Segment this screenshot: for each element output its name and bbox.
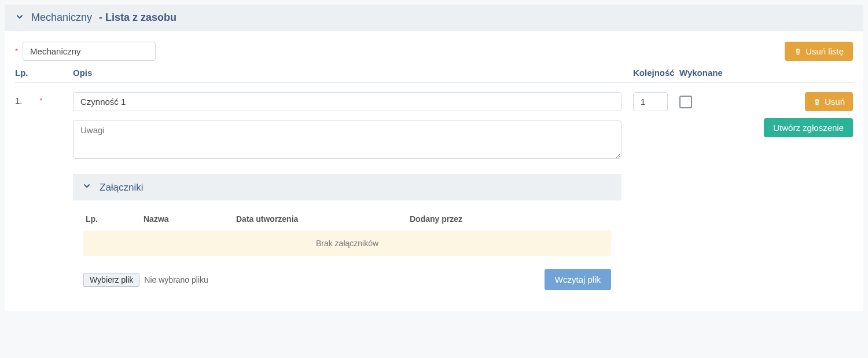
- att-col-dodany: Dodany przez: [410, 214, 609, 224]
- done-cell: [679, 92, 737, 110]
- trash-icon: [794, 48, 802, 56]
- choose-file-button[interactable]: Wybierz plik: [83, 273, 139, 287]
- column-headers: Lp. Opis Kolejność Wykonane: [15, 61, 853, 83]
- attachments-title: Załączniki: [100, 182, 144, 193]
- chevron-down-icon: [82, 181, 91, 191]
- top-row: * Usuń listę: [15, 42, 853, 61]
- col-kolejnosc: Kolejność: [633, 68, 679, 78]
- required-marker: *: [40, 96, 43, 105]
- task-row: 1. * Załączniki Lp. Na: [15, 83, 853, 301]
- col-opis: Opis: [73, 68, 633, 78]
- att-col-lp: Lp.: [86, 214, 144, 224]
- chevron-down-icon: [15, 12, 24, 21]
- attachments-empty: Brak załączników: [83, 231, 611, 256]
- row-number: 1.: [15, 96, 23, 105]
- order-input[interactable]: [633, 92, 668, 111]
- att-col-data: Data utworzenia: [236, 214, 410, 224]
- description-column: Załączniki Lp. Nazwa Data utworzenia Dod…: [73, 92, 633, 301]
- required-marker: *: [15, 47, 18, 56]
- attachments-toggle[interactable]: [82, 181, 91, 193]
- delete-row-label: Usuń: [825, 97, 845, 107]
- col-lp: Lp.: [15, 68, 73, 78]
- attachments-body: Lp. Nazwa Data utworzenia Dodany przez B…: [73, 200, 621, 301]
- attachments-columns: Lp. Nazwa Data utworzenia Dodany przez: [83, 211, 611, 231]
- panel-body: * Usuń listę Lp. Opis Kolejność Wykonane…: [5, 31, 863, 311]
- task-notes-input[interactable]: [73, 120, 621, 159]
- main-panel: Mechaniczny - Lista z zasobu * Usuń list…: [5, 5, 863, 311]
- attachments-panel: Załączniki Lp. Nazwa Data utworzenia Dod…: [73, 174, 621, 301]
- collapse-toggle[interactable]: [15, 12, 24, 23]
- create-report-button[interactable]: Utwórz zgłoszenie: [764, 118, 853, 137]
- upload-file-button[interactable]: Wczytaj plik: [545, 269, 611, 290]
- delete-list-button[interactable]: Usuń listę: [785, 42, 853, 61]
- order-cell: [633, 92, 679, 111]
- lp-cell: 1. *: [15, 92, 73, 105]
- task-description-input[interactable]: [73, 92, 621, 111]
- col-wykonane: Wykonane: [679, 68, 737, 78]
- file-status-label: Nie wybrano pliku: [144, 275, 208, 284]
- row-actions: Usuń Utwórz zgłoszenie: [737, 92, 853, 137]
- panel-header: Mechaniczny - Lista z zasobu: [5, 5, 863, 31]
- delete-row-button[interactable]: Usuń: [805, 92, 853, 111]
- attachments-header: Załączniki: [73, 174, 621, 200]
- panel-title-suffix: - Lista z zasobu: [99, 12, 176, 24]
- list-name-input[interactable]: [23, 42, 156, 61]
- done-checkbox[interactable]: [679, 96, 692, 108]
- delete-list-label: Usuń listę: [806, 46, 844, 56]
- att-col-nazwa: Nazwa: [144, 214, 236, 224]
- file-upload-row: Wybierz plik Nie wybrano pliku Wczytaj p…: [83, 269, 611, 290]
- panel-title-main: Mechaniczny: [31, 12, 92, 24]
- trash-icon: [813, 98, 821, 106]
